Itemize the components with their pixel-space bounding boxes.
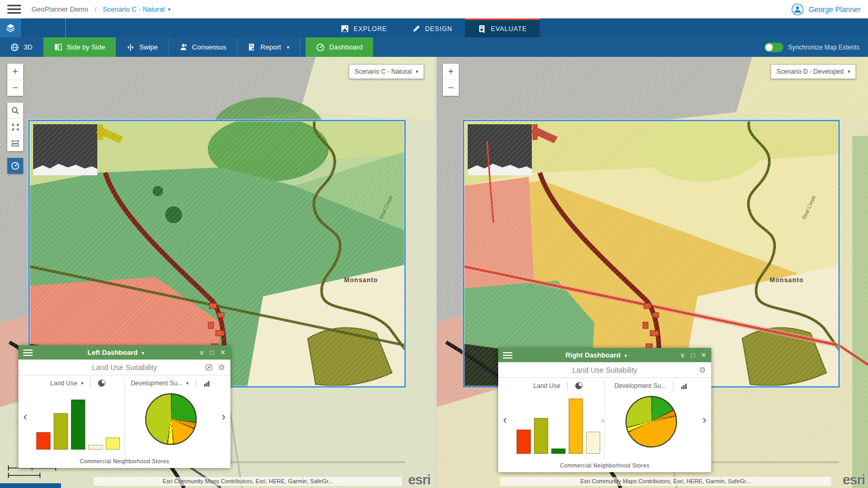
close-icon[interactable]: ✕ (701, 351, 706, 359)
right-scenario-select[interactable]: Scenario D - Developed ▾ (771, 64, 856, 79)
tab-explore[interactable]: EXPLORE (328, 18, 400, 37)
left-map-tools: + − (7, 64, 23, 174)
synchronize-map-extents-label: Synchronize Map Extents (788, 44, 860, 51)
report-button[interactable]: Report ▾ (237, 37, 300, 57)
development-suitability-selector[interactable]: Development Su... (130, 380, 183, 387)
gear-icon[interactable]: ⚙ (218, 363, 225, 372)
left-dashboard-title-menu[interactable]: Left Dashboard ▾ (33, 348, 199, 356)
left-scenario-select[interactable]: Scenario C - Natural ▾ (349, 64, 424, 79)
user-name: George Planner (809, 5, 861, 14)
chevron-down-icon: ▾ (847, 69, 850, 74)
app-title: GeoPlanner Demo (32, 5, 88, 13)
land-use-selector[interactable]: Land Use (51, 380, 77, 387)
right-scenario-value: Scenario D - Developed (776, 68, 843, 75)
prev-indicator-button[interactable]: ‹ (498, 378, 512, 462)
pie-chart-icon[interactable] (574, 382, 583, 390)
development-suitability-selector[interactable]: Development Su... (614, 382, 667, 390)
side-by-side-button[interactable]: Side by Side (44, 37, 116, 57)
hide-on-map-icon[interactable] (205, 363, 213, 372)
tab-explore-label: EXPLORE (354, 25, 387, 33)
dashboard-gauge-icon (316, 43, 325, 52)
close-icon[interactable]: ✕ (220, 348, 226, 356)
chevron-down-icon: ▾ (186, 381, 189, 386)
zoom-in-button[interactable]: + (443, 64, 459, 80)
next-indicator-button[interactable]: › (217, 375, 230, 458)
user-menu[interactable]: George Planner (791, 3, 861, 16)
scenario-breadcrumb-label: Scenario C - Natural (103, 5, 165, 13)
land-use-selector[interactable]: Land Use (533, 382, 560, 390)
development-suitability-pie-chart (625, 396, 677, 447)
left-map-attribution: Esri Community Maps Contributors, Esri, … (94, 477, 402, 486)
pie-chart-icon[interactable] (97, 379, 106, 387)
swipe-label: Swipe (139, 43, 158, 51)
top-bar: GeoPlanner Demo / Scenario C - Natural ▾… (0, 0, 868, 18)
collapse-icon[interactable]: ∨ (680, 351, 685, 359)
right-dashboard-title: Right Dashboard (566, 351, 621, 359)
swipe-icon (126, 43, 135, 52)
development-suitability-card: Development Su... ▾ (125, 375, 217, 458)
land-use-card: Land Use ▾ (32, 375, 124, 458)
next-indicator-button[interactable]: › (698, 378, 711, 462)
evaluate-toolbar: 3D Side by Side Swipe Consensus Repo (0, 37, 868, 57)
maximize-icon[interactable]: □ (210, 348, 214, 356)
widget-title: Land Use Suitability (572, 366, 638, 374)
3d-button[interactable]: 3D (0, 37, 44, 57)
chevron-down-icon: ▾ (287, 45, 289, 50)
right-dashboard-panel: Right Dashboard ▾ ∨ □ ✕ Land Use Suitabi… (498, 348, 711, 472)
left-dashboard-header: Left Dashboard ▾ ∨ □ ✕ (18, 345, 230, 360)
dashboard-tool-button[interactable] (7, 158, 23, 174)
tab-evaluate[interactable]: EVALUATE (465, 18, 540, 37)
breadcrumb-separator: / (95, 5, 97, 13)
explore-icon (341, 25, 349, 33)
esri-logo: esri (843, 472, 865, 488)
synchronize-map-extents-toggle[interactable] (764, 43, 783, 52)
globe-icon (11, 43, 19, 52)
left-dashboard-panel: Left Dashboard ▾ ∨ □ ✕ Land Use Suitabil… (18, 345, 230, 468)
search-button[interactable] (7, 103, 23, 119)
chart-subject-label: Commercial Neighborhood Stores (18, 458, 230, 468)
bottom-panel-edge (0, 483, 61, 488)
search-icon (11, 106, 19, 115)
swipe-button[interactable]: Swipe (116, 37, 169, 57)
scenario-breadcrumb-menu[interactable]: Scenario C - Natural ▾ (103, 5, 170, 13)
side-by-side-icon (54, 43, 62, 51)
menu-icon[interactable] (503, 352, 512, 358)
town-label: Monsanto (344, 276, 378, 284)
chevron-down-icon: ▾ (416, 69, 418, 74)
full-extent-button[interactable] (7, 119, 23, 135)
left-scenario-value: Scenario C - Natural (355, 68, 412, 75)
right-dashboard-title-menu[interactable]: Right Dashboard ▾ (512, 351, 680, 359)
dashboard-button[interactable]: Dashboard (306, 37, 374, 57)
gear-icon[interactable]: ⚙ (699, 365, 706, 375)
development-suitability-card: Development Su... (605, 378, 698, 462)
design-icon (412, 25, 420, 33)
layers-button[interactable] (0, 18, 21, 37)
collapse-icon[interactable]: ∨ (199, 348, 205, 356)
avatar (791, 3, 804, 16)
bar-chart-icon[interactable] (680, 382, 688, 390)
menu-icon[interactable] (7, 5, 21, 14)
expand-arrows-icon (12, 123, 19, 131)
prev-indicator-button[interactable]: ‹ (18, 375, 32, 458)
land-use-bar-chart (512, 394, 604, 454)
chart-subject-label: Commercial Neighborhood Stores (498, 462, 711, 472)
chevron-down-icon: ▾ (142, 350, 144, 356)
right-dashboard-header: Right Dashboard ▾ ∨ □ ✕ (498, 348, 711, 362)
left-dashboard-title: Left Dashboard (87, 348, 137, 356)
zoom-in-button[interactable]: + (7, 64, 23, 80)
maximize-icon[interactable]: □ (691, 351, 695, 359)
measure-button[interactable] (7, 135, 23, 151)
esri-logo: esri (408, 472, 430, 488)
tab-design[interactable]: DESIGN (400, 18, 465, 37)
zoom-out-button[interactable]: − (7, 80, 23, 96)
side-by-side-label: Side by Side (67, 43, 105, 51)
consensus-icon (179, 43, 187, 51)
bar-chart-icon[interactable] (203, 380, 211, 387)
nav-divider (65, 18, 66, 37)
menu-icon[interactable] (23, 350, 33, 356)
zoom-out-button[interactable]: − (443, 80, 459, 96)
evaluate-icon (478, 25, 486, 33)
consensus-button[interactable]: Consensus (169, 37, 237, 57)
chevron-down-icon: ▾ (168, 6, 170, 12)
main-nav: EXPLORE DESIGN EVALUATE (0, 18, 868, 37)
